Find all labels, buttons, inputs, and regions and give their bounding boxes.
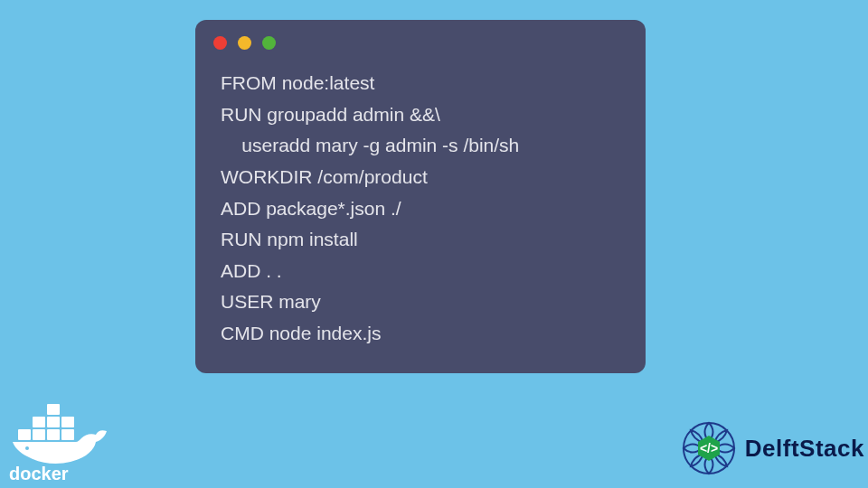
svg-rect-3 [61,429,74,440]
svg-text:</>: </> [700,441,718,455]
code-window: FROM node:latest RUN groupadd admin &&\ … [195,20,646,373]
close-icon[interactable] [213,36,227,50]
svg-rect-2 [47,429,60,440]
docker-text: docker [9,464,69,483]
docker-logo: docker [5,399,123,484]
minimize-icon[interactable] [238,36,251,50]
delftstack-text: DelftStack [745,435,864,463]
traffic-lights [195,20,646,59]
code-body: FROM node:latest RUN groupadd admin &&\ … [195,59,646,352]
svg-rect-1 [33,429,45,440]
svg-point-8 [25,446,29,450]
svg-rect-7 [47,404,60,415]
delftstack-badge-icon: </> [676,416,741,481]
svg-rect-5 [47,417,60,427]
maximize-icon[interactable] [262,36,276,50]
svg-rect-4 [33,417,45,427]
delftstack-logo: </> DelftStack [676,416,864,481]
svg-rect-0 [18,429,31,440]
svg-rect-6 [61,417,74,427]
